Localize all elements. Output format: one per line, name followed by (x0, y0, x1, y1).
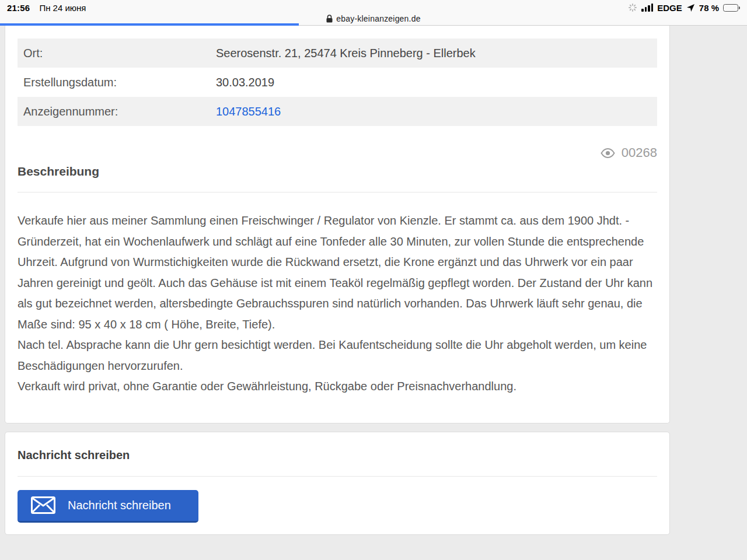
eye-icon (601, 148, 615, 158)
detail-label: Erstellungsdatum: (23, 76, 216, 89)
view-counter: 00268 (18, 145, 657, 160)
write-message-button-label: Nachricht schreiben (68, 499, 171, 512)
description-text: Verkaufe hier aus meiner Sammlung einen … (18, 211, 657, 397)
carrier-label: EDGE (657, 3, 682, 13)
detail-label: Ort: (23, 47, 216, 60)
ad-number-link[interactable]: 1047855416 (216, 105, 281, 118)
description-divider (18, 192, 657, 192)
browser-chrome: 21:56 Пн 24 июня EDGE 78 % (0, 0, 747, 26)
detail-row-erstellungsdatum: Erstellungsdatum: 30.03.2019 (18, 68, 657, 97)
network-activity-spinner-icon (628, 3, 637, 12)
contact-divider (18, 476, 657, 477)
battery-percent-label: 78 % (699, 3, 719, 13)
detail-row-ort: Ort: Seerosenstr. 21, 25474 Kreis Pinneb… (18, 38, 657, 68)
page-load-progress-bar (0, 23, 299, 26)
battery-icon (723, 4, 740, 12)
write-message-button[interactable]: Nachricht schreiben (18, 490, 198, 523)
ad-detail-card: Ort: Seerosenstr. 21, 25474 Kreis Pinneb… (5, 26, 670, 424)
contact-card: Nachricht schreiben Nachricht schreiben (5, 432, 670, 535)
page-content: Ort: Seerosenstr. 21, 25474 Kreis Pinneb… (0, 26, 747, 535)
envelope-icon (31, 496, 55, 514)
description-paragraph: Nach tel. Absprache kann die Uhr gern be… (18, 335, 657, 376)
detail-row-anzeigennummer: Anzeigennummer: 1047855416 (18, 97, 657, 126)
contact-heading: Nachricht schreiben (18, 449, 657, 462)
detail-label: Anzeigennummer: (23, 105, 216, 118)
description-paragraph: Verkaufe hier aus meiner Sammlung einen … (18, 211, 657, 335)
status-bar: 21:56 Пн 24 июня EDGE 78 % (0, 2, 747, 13)
detail-value: Seerosenstr. 21, 25474 Kreis Pinneberg -… (216, 47, 476, 60)
view-count: 00268 (622, 145, 657, 160)
status-time: 21:56 (7, 3, 30, 13)
lock-icon (326, 15, 333, 23)
url-domain: ebay-kleinanzeigen.de (336, 14, 420, 23)
description-paragraph: Verkauft wird privat, ohne Garantie oder… (18, 376, 657, 397)
description-heading: Beschreibung (18, 164, 657, 178)
detail-value: 30.03.2019 (216, 76, 274, 89)
cellular-signal-icon (641, 4, 653, 12)
status-date: Пн 24 июня (39, 3, 86, 13)
location-arrow-icon (686, 4, 695, 12)
